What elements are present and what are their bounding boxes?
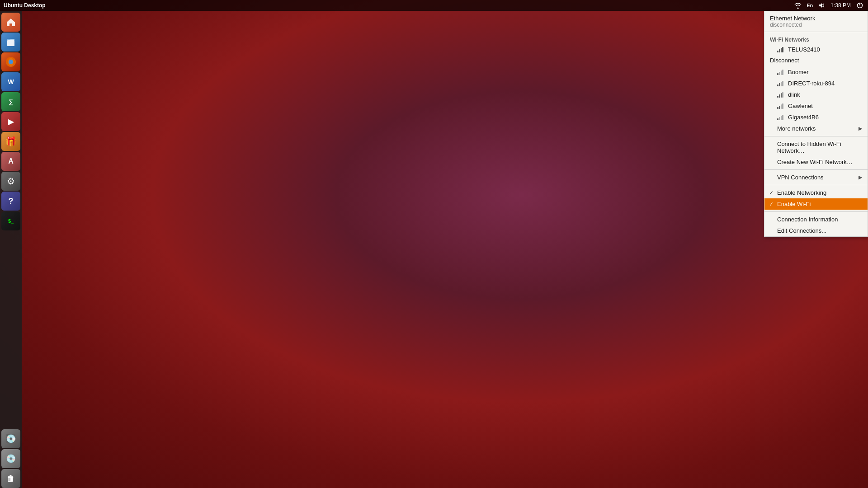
- ethernet-title: Ethernet Network: [770, 15, 862, 22]
- separator-4: [764, 185, 868, 185]
- wifi-connected-item[interactable]: TELUS2410: [764, 44, 868, 55]
- wifi-icon[interactable]: [793, 1, 802, 10]
- edit-connections-label: Edit Connections...: [777, 227, 826, 234]
- sidebar-item-impress[interactable]: ▶: [1, 112, 20, 131]
- wifi-name-boomer: Boomer: [788, 69, 809, 75]
- connect-hidden-wifi-item[interactable]: Connect to Hidden Wi-Fi Network…: [764, 138, 868, 156]
- svg-point-6: [9, 60, 13, 64]
- wifi-name-direct-roku: DIRECT-roku-894: [788, 80, 835, 87]
- sidebar-item-firefox[interactable]: [1, 52, 20, 71]
- separator-5: [764, 211, 868, 212]
- enable-networking-label: Enable Networking: [777, 189, 826, 196]
- sidebar-item-terminal[interactable]: $_: [1, 211, 20, 230]
- connect-hidden-wifi-label: Connect to Hidden Wi-Fi Network…: [777, 141, 862, 154]
- enable-wifi-check: ✓: [769, 201, 774, 207]
- desktop: Ubuntu Desktop En 1:38 PM: [0, 0, 868, 488]
- create-new-wifi-label: Create New Wi-Fi Network…: [777, 159, 853, 165]
- wifi-signal-direct-roku: [777, 81, 783, 86]
- sidebar-item-settings[interactable]: ⚙: [1, 172, 20, 191]
- wifi-network-boomer[interactable]: Boomer: [764, 66, 868, 78]
- keyboard-layout-indicator[interactable]: En: [805, 1, 814, 10]
- separator-3: [764, 169, 868, 170]
- panel-right: En 1:38 PM: [793, 1, 868, 10]
- enable-wifi-label: Enable Wi-Fi: [777, 201, 811, 207]
- sidebar-item-files[interactable]: [1, 33, 20, 52]
- more-networks-label: More networks: [777, 125, 816, 132]
- vpn-connections-label: VPN Connections: [777, 174, 824, 181]
- connection-information-label: Connection Information: [777, 216, 838, 223]
- edit-connections-item[interactable]: Edit Connections...: [764, 225, 868, 236]
- wifi-network-gigaset[interactable]: Gigaset4B6: [764, 112, 868, 123]
- power-icon[interactable]: [855, 1, 864, 10]
- panel-time[interactable]: 1:38 PM: [829, 2, 853, 9]
- enable-wifi-item[interactable]: ✓ Enable Wi-Fi: [764, 198, 868, 210]
- vpn-arrow: ▶: [859, 174, 862, 180]
- svg-marker-0: [819, 3, 822, 8]
- wifi-network-direct-roku[interactable]: DIRECT-roku-894: [764, 78, 868, 89]
- create-new-wifi-item[interactable]: Create New Wi-Fi Network…: [764, 156, 868, 168]
- sidebar-item-help[interactable]: ?: [1, 192, 20, 211]
- wifi-signal-icon: [777, 47, 783, 52]
- sidebar-item-home[interactable]: [1, 13, 20, 32]
- wifi-name-gawlenet: Gawlenet: [788, 103, 813, 109]
- top-panel: Ubuntu Desktop En 1:38 PM: [0, 0, 868, 11]
- enable-networking-item[interactable]: ✓ Enable Networking: [764, 187, 868, 198]
- more-networks-item[interactable]: More networks ▶: [764, 123, 868, 134]
- svg-rect-3: [7, 40, 14, 46]
- vpn-connections-item[interactable]: VPN Connections ▶: [764, 172, 868, 183]
- wifi-name-dlink: dlink: [788, 91, 800, 98]
- ethernet-section: Ethernet Network disconnected: [764, 11, 868, 30]
- wifi-connected-name: TELUS2410: [788, 46, 820, 53]
- separator-1: [764, 32, 868, 32]
- sidebar-item-software[interactable]: 🎁: [1, 132, 20, 151]
- wifi-network-gawlenet[interactable]: Gawlenet: [764, 100, 868, 112]
- disconnect-button[interactable]: Disconnect: [764, 55, 868, 66]
- volume-icon[interactable]: [817, 1, 826, 10]
- sidebar-item-trash[interactable]: 🗑: [1, 469, 20, 488]
- panel-app-menu[interactable]: Ubuntu Desktop: [0, 2, 46, 9]
- wifi-network-dlink[interactable]: dlink: [764, 89, 868, 100]
- wifi-signal-boomer: [777, 70, 783, 75]
- sidebar-item-unity[interactable]: A: [1, 152, 20, 171]
- wifi-signal-gawlenet: [777, 103, 783, 109]
- separator-2: [764, 136, 868, 136]
- wifi-name-gigaset: Gigaset4B6: [788, 114, 819, 121]
- sidebar: W ∑ ▶ 🎁 A ⚙ ? $_ 💽 💿 🗑: [0, 11, 22, 488]
- wifi-signal-dlink: [777, 92, 783, 98]
- sidebar-item-calc[interactable]: ∑: [1, 92, 20, 111]
- wifi-section-header: Wi-Fi Networks: [764, 34, 868, 44]
- svg-rect-4: [7, 39, 10, 40]
- sidebar-item-writer[interactable]: W: [1, 72, 20, 91]
- sidebar-item-drive1[interactable]: 💽: [1, 429, 20, 448]
- network-menu: Ethernet Network disconnected Wi-Fi Netw…: [764, 11, 868, 237]
- wifi-signal-gigaset: [777, 115, 783, 120]
- enable-networking-check: ✓: [769, 190, 774, 196]
- connection-information-item[interactable]: Connection Information: [764, 214, 868, 225]
- ethernet-status: disconnected: [770, 22, 862, 28]
- more-networks-arrow: ▶: [859, 126, 862, 131]
- sidebar-item-drive2[interactable]: 💿: [1, 449, 20, 468]
